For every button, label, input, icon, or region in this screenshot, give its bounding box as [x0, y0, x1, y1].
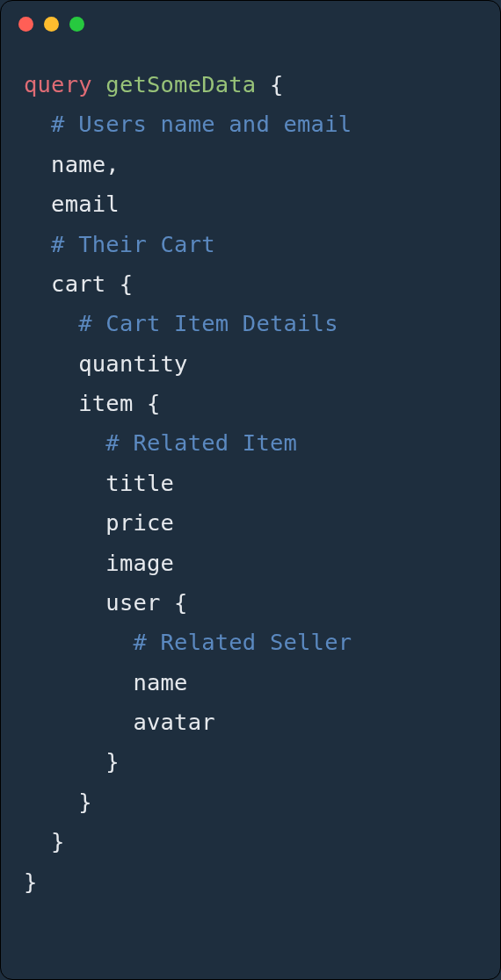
code-block: query getSomeData { # Users name and ema… — [1, 40, 500, 919]
field-cart: cart { — [51, 270, 133, 297]
maximize-icon[interactable] — [69, 17, 84, 32]
field-avatar: avatar — [133, 709, 214, 735]
field-price: price — [105, 509, 174, 536]
field-name2: name — [133, 669, 187, 695]
field-image: image — [105, 550, 174, 576]
field-quantity: quantity — [78, 350, 187, 377]
comment-line: # Related Item — [105, 429, 297, 456]
close-icon[interactable] — [18, 17, 33, 32]
code-window: query getSomeData { # Users name and ema… — [0, 0, 501, 980]
close-brace: } — [78, 789, 92, 815]
function-name: getSomeData — [105, 71, 256, 97]
field-name: name, — [51, 151, 120, 177]
field-user: user { — [105, 589, 187, 616]
window-titlebar — [1, 1, 500, 40]
comment-line: # Cart Item Details — [78, 310, 338, 336]
open-brace: { — [270, 71, 284, 97]
field-item: item { — [78, 390, 160, 416]
field-email: email — [51, 191, 120, 217]
comment-line: # Related Seller — [133, 629, 352, 655]
close-brace: } — [51, 828, 65, 854]
comment-line: # Users name and email — [51, 111, 352, 137]
close-brace: } — [105, 748, 120, 775]
keyword-query: query — [24, 71, 92, 97]
comment-line: # Their Cart — [51, 231, 215, 257]
close-brace: } — [24, 868, 38, 895]
field-title: title — [105, 470, 174, 496]
minimize-icon[interactable] — [44, 17, 59, 32]
